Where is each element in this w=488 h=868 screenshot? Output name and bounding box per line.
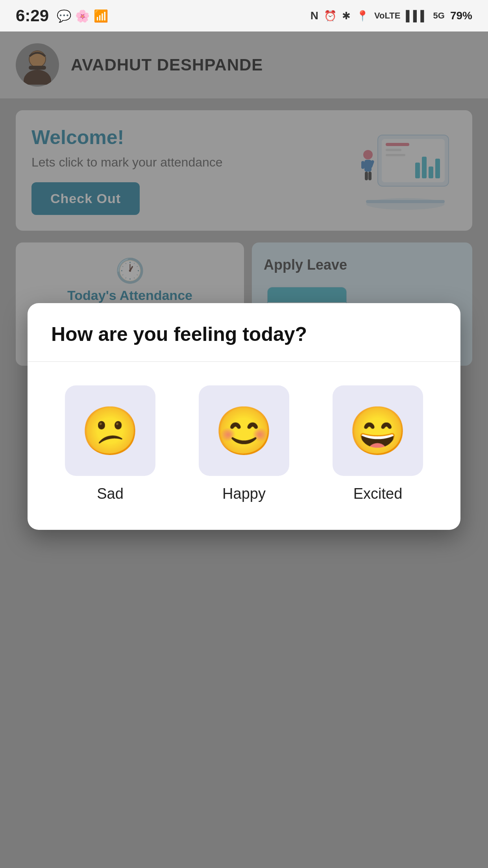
battery-text: 79% — [450, 9, 472, 22]
mood-options: 😕 Sad 😊 Happy 😄 Excited — [28, 362, 460, 530]
excited-emoji-bg: 😄 — [333, 385, 423, 476]
happy-emoji-bg: 😊 — [199, 385, 289, 476]
sad-emoji: 😕 — [81, 407, 140, 454]
happy-emoji: 😊 — [214, 407, 274, 454]
airtel-icon: 📶 — [94, 9, 108, 23]
whatsapp-icon: 💬 — [57, 9, 71, 23]
main-background: AVADHUT DESHPANDE Welcome! Lets click to… — [0, 31, 488, 868]
signal-bars-icon: ▌▌▌ — [406, 10, 427, 22]
bluetooth-icon: ✱ — [342, 10, 351, 22]
mood-option-excited[interactable]: 😄 Excited — [333, 385, 423, 502]
happy-label: Happy — [222, 485, 266, 502]
excited-label: Excited — [353, 485, 403, 502]
status-right: N ⏰ ✱ 📍 VoLTE ▌▌▌ 5G 79% — [311, 9, 472, 22]
status-left: 6:29 💬 🌸 📶 — [16, 6, 108, 25]
mood-question: How are you feeling today? — [51, 323, 307, 345]
mood-option-sad[interactable]: 😕 Sad — [65, 385, 155, 502]
sad-emoji-bg: 😕 — [65, 385, 155, 476]
status-app-icons: 💬 🌸 📶 — [57, 9, 108, 23]
5g-icon: 5G — [433, 11, 445, 21]
flower-icon: 🌸 — [75, 9, 90, 23]
mood-option-happy[interactable]: 😊 Happy — [199, 385, 289, 502]
sad-label: Sad — [97, 485, 124, 502]
status-bar: 6:29 💬 🌸 📶 N ⏰ ✱ 📍 VoLTE ▌▌▌ 5G 79% — [0, 0, 488, 31]
volte-icon: VoLTE — [374, 11, 400, 21]
nfc-icon: N — [311, 9, 318, 22]
location-icon: 📍 — [356, 10, 369, 22]
excited-emoji: 😄 — [348, 407, 407, 454]
status-time: 6:29 — [16, 6, 49, 25]
alarm-icon: ⏰ — [324, 10, 336, 22]
mood-modal-header: How are you feeling today? — [28, 303, 460, 362]
mood-modal: How are you feeling today? 😕 Sad 😊 Happy… — [28, 303, 460, 530]
